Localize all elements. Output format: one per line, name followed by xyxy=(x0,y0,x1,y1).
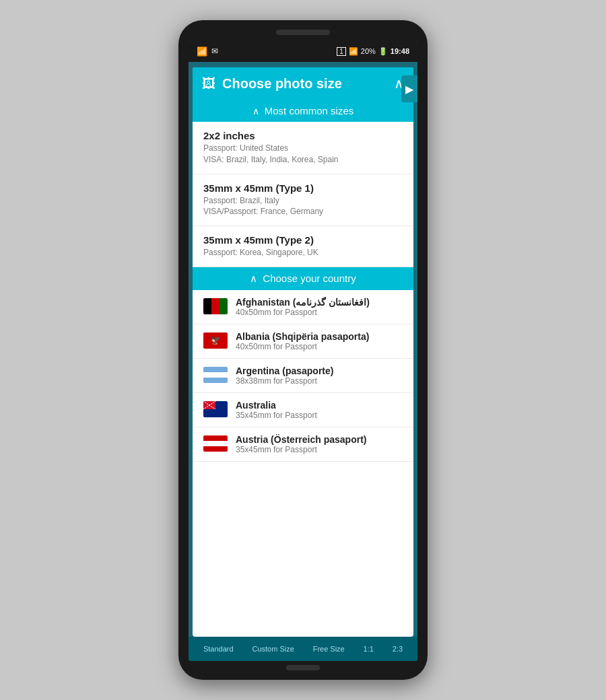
flag-albania: 🦅 xyxy=(203,332,228,349)
country-item-australia[interactable]: Australia 35x45mm for Passport xyxy=(193,393,413,427)
tab-custom-size[interactable]: Custom Size xyxy=(252,645,294,653)
signal-icon: 📶 xyxy=(349,47,358,56)
clock: 19:48 xyxy=(391,47,409,55)
tab-standard[interactable]: Standard xyxy=(203,645,234,653)
tab-1-1[interactable]: 1:1 xyxy=(364,645,374,653)
side-nav-arrow[interactable]: ▶ xyxy=(401,75,417,102)
flag-austria xyxy=(203,435,228,452)
flag-argentina xyxy=(203,367,228,383)
photo-size-item-2[interactable]: 35mm x 45mm (Type 2) Passport: Korea, Si… xyxy=(193,226,413,267)
status-right: 1 📶 20% 🔋 19:48 xyxy=(337,47,409,56)
photo-size-title-2: 35mm x 45mm (Type 2) xyxy=(203,234,403,246)
country-item-afghanistan[interactable]: Afghanistan (افغانستان گذرنامه) 40x50mm … xyxy=(193,290,413,324)
photo-icon: 🖼 xyxy=(202,76,215,92)
country-size-albania: 40x50mm for Passport xyxy=(236,342,369,351)
country-section-chevron: ∧ xyxy=(250,273,257,285)
photo-size-item-1[interactable]: 35mm x 45mm (Type 1) Passport: Brazil, I… xyxy=(193,174,413,227)
section-chevron-icon: ∧ xyxy=(252,106,259,116)
home-button[interactable] xyxy=(286,665,320,670)
battery-icon: 🔋 xyxy=(378,47,388,56)
photo-size-subtitle1-2: Passport: Korea, Singapore, UK xyxy=(203,247,403,258)
header-left: 🖼 Choose photo size xyxy=(202,76,342,92)
country-name-argentina: Argentina (pasaporte) xyxy=(236,365,333,376)
message-icon: ✉ xyxy=(211,46,218,56)
country-info-afghanistan: Afghanistan (افغانستان گذرنامه) 40x50mm … xyxy=(236,297,370,317)
country-size-afghanistan: 40x50mm for Passport xyxy=(236,308,370,317)
header-title: Choose photo size xyxy=(222,76,342,92)
photo-size-title-1: 35mm x 45mm (Type 1) xyxy=(203,182,403,194)
photo-size-subtitle2-1: VISA/Passport: France, Germany xyxy=(203,206,403,217)
country-name-afghanistan: Afghanistan (افغانستان گذرنامه) xyxy=(236,297,370,308)
app-area: ▶ 🖼 Choose photo size ∧ ∧ Most common si… xyxy=(189,62,417,661)
photo-size-subtitle1-0: Passport: United States xyxy=(203,143,403,154)
status-left: 📶 ✉ xyxy=(197,46,218,57)
bottom-tab-bar: Standard Custom Size Free Size 1:1 2:3 xyxy=(189,637,417,661)
most-common-label: Most common sizes xyxy=(265,105,354,116)
phone-screen: 📶 ✉ 1 📶 20% 🔋 19:48 ▶ 🖼 Choose photo siz… xyxy=(189,40,417,661)
phone-frame: 📶 ✉ 1 📶 20% 🔋 19:48 ▶ 🖼 Choose photo siz… xyxy=(178,20,428,680)
status-bar: 📶 ✉ 1 📶 20% 🔋 19:48 xyxy=(189,40,417,62)
sim-indicator: 1 xyxy=(337,47,346,56)
flag-afghanistan xyxy=(203,298,228,314)
photo-size-subtitle2-0: VISA: Brazil, Italy, India, Korea, Spain xyxy=(203,154,403,166)
photo-size-item-0[interactable]: 2x2 inches Passport: United States VISA:… xyxy=(193,122,413,174)
eagle-symbol: 🦅 xyxy=(210,336,221,345)
country-item-albania[interactable]: 🦅 Albania (Shqipëria pasaporta) 40x50mm … xyxy=(193,324,413,359)
most-common-section-header[interactable]: ∧ Most common sizes xyxy=(193,100,413,122)
country-size-australia: 35x45mm for Passport xyxy=(236,411,317,420)
country-section-label: Choose your country xyxy=(263,273,356,284)
country-name-albania: Albania (Shqipëria pasaporta) xyxy=(236,331,369,342)
photo-size-subtitle1-1: Passport: Brazil, Italy xyxy=(203,195,403,207)
country-name-australia: Australia xyxy=(236,400,317,411)
country-item-argentina[interactable]: Argentina (pasaporte) 38x38mm for Passpo… xyxy=(193,359,413,393)
country-info-australia: Australia 35x45mm for Passport xyxy=(236,400,317,420)
tab-free-size[interactable]: Free Size xyxy=(313,645,345,653)
flag-australia xyxy=(203,401,228,417)
dropdown-panel: 🖼 Choose photo size ∧ ∧ Most common size… xyxy=(193,67,413,637)
tab-2-3[interactable]: 2:3 xyxy=(393,645,403,653)
battery-percent: 20% xyxy=(361,47,376,55)
country-section-header[interactable]: ∧ Choose your country xyxy=(193,267,413,290)
country-size-argentina: 38x38mm for Passport xyxy=(236,376,333,386)
country-name-austria: Austria (Österreich pasaport) xyxy=(236,434,367,445)
country-item-austria[interactable]: Austria (Österreich pasaport) 35x45mm fo… xyxy=(193,427,413,462)
photo-size-title-0: 2x2 inches xyxy=(203,130,403,141)
country-info-austria: Austria (Österreich pasaport) 35x45mm fo… xyxy=(236,434,367,454)
phone-speaker xyxy=(276,30,330,35)
photo-size-header[interactable]: 🖼 Choose photo size ∧ xyxy=(193,67,413,100)
wifi-icon: 📶 xyxy=(197,46,207,57)
country-info-argentina: Argentina (pasaporte) 38x38mm for Passpo… xyxy=(236,365,333,386)
country-size-austria: 35x45mm for Passport xyxy=(236,445,367,454)
country-info-albania: Albania (Shqipëria pasaporta) 40x50mm fo… xyxy=(236,331,369,351)
